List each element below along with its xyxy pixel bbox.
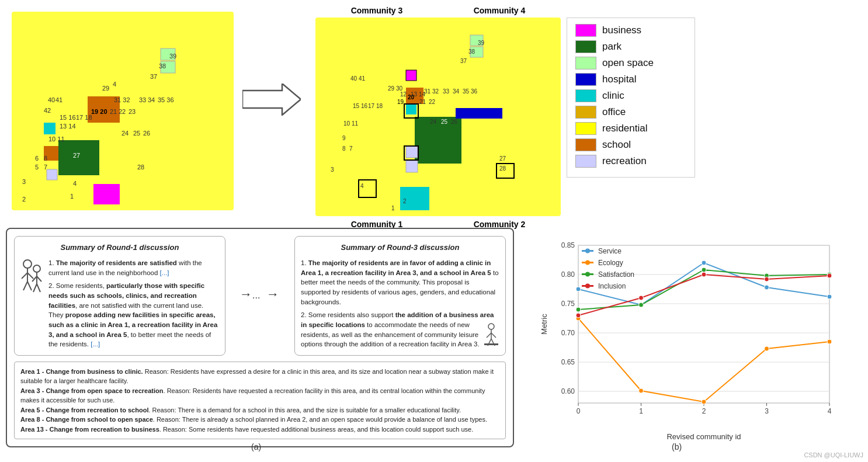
svg-point-151 [639, 296, 644, 300]
svg-point-143 [765, 346, 769, 351]
svg-text:4: 4 [360, 183, 364, 189]
people-icon [20, 258, 44, 349]
legend-color-hospital [575, 73, 596, 86]
bottom-panel: Summary of Round-1 discussion [6, 228, 514, 447]
legend-item-recreation: recreation [575, 155, 686, 168]
svg-text:15 16: 15 16 [353, 103, 367, 109]
svg-text:21: 21 [419, 99, 426, 105]
svg-text:7: 7 [44, 164, 47, 171]
round1-title: Summary of Round-1 discussion [20, 242, 219, 253]
svg-text:3: 3 [331, 166, 334, 173]
svg-text:34: 34 [148, 96, 155, 103]
svg-rect-45 [456, 108, 502, 119]
svg-point-152 [702, 272, 706, 277]
svg-point-153 [765, 277, 769, 282]
svg-text:28: 28 [137, 164, 144, 171]
svg-text:0.80: 0.80 [561, 270, 575, 279]
svg-line-106 [491, 333, 496, 338]
svg-line-92 [23, 282, 27, 290]
svg-text:40 41: 40 41 [350, 75, 365, 82]
chart-container: 0.600.650.700.750.800.8501234MetricRevis… [532, 228, 847, 444]
watermark: CSDN @UQI-LIUWJ [804, 451, 863, 458]
svg-rect-4 [93, 184, 120, 204]
svg-text:28: 28 [499, 165, 506, 172]
svg-text:1: 1 [639, 407, 643, 415]
svg-text:27: 27 [73, 152, 80, 159]
svg-point-144 [827, 339, 832, 344]
svg-text:29: 29 [102, 85, 109, 92]
svg-text:3: 3 [765, 407, 769, 415]
svg-text:19: 19 [397, 99, 404, 105]
svg-text:12: 12 [400, 91, 407, 98]
svg-text:4: 4 [113, 81, 116, 88]
legend-item-park: park [575, 40, 686, 53]
svg-line-97 [37, 276, 41, 282]
arrow-dots: → ... → [235, 236, 285, 356]
caption-a: (a) [251, 442, 261, 451]
legend-color-school [575, 138, 596, 151]
svg-point-156 [585, 249, 590, 253]
svg-point-150 [576, 313, 581, 318]
svg-text:10 11: 10 11 [48, 136, 65, 143]
legend-item-clinic: clinic [575, 89, 686, 102]
svg-point-147 [702, 268, 706, 272]
round1-box: Summary of Round-1 discussion [14, 236, 225, 356]
svg-text:7: 7 [349, 145, 353, 152]
legend-label-hospital: hospital [602, 74, 637, 85]
svg-rect-109 [484, 343, 498, 345]
svg-text:35 36: 35 36 [463, 88, 477, 95]
round3-p2: 2. Some residents also support the addit… [301, 310, 499, 349]
legend-label-office: office [602, 106, 626, 118]
svg-text:23: 23 [129, 108, 136, 115]
svg-text:2: 2 [22, 196, 26, 203]
svg-text:35 36: 35 36 [158, 96, 174, 103]
svg-text:25: 25 [441, 119, 448, 125]
legend-color-clinic [575, 89, 596, 102]
svg-point-88 [23, 260, 32, 268]
svg-line-91 [27, 273, 33, 279]
svg-text:33: 33 [139, 96, 146, 103]
svg-text:40: 40 [48, 96, 55, 103]
svg-line-93 [27, 282, 32, 290]
svg-text:22: 22 [429, 99, 436, 105]
changes-box: Area 1 - Change from business to clinic.… [14, 362, 506, 440]
svg-text:9: 9 [342, 135, 346, 141]
legend-label-school: school [602, 139, 631, 151]
svg-point-159 [585, 260, 590, 265]
legend-label-park: park [602, 41, 622, 53]
svg-point-139 [827, 294, 832, 299]
legend-label-business: business [602, 25, 641, 36]
svg-text:Service: Service [598, 247, 622, 255]
svg-text:29 30: 29 30 [388, 85, 402, 92]
svg-text:0.60: 0.60 [561, 387, 575, 395]
svg-point-165 [585, 284, 590, 289]
svg-point-137 [702, 260, 706, 265]
round1-p2: 2. Some residents, particularly those wi… [48, 281, 219, 349]
svg-text:13 14: 13 14 [60, 123, 76, 130]
legend-color-recreation [575, 155, 596, 168]
svg-text:26: 26 [451, 119, 458, 125]
svg-rect-52 [406, 161, 418, 172]
svg-text:0: 0 [577, 407, 581, 415]
svg-text:42: 42 [44, 107, 51, 114]
svg-text:...: ... [252, 290, 260, 300]
community4-label: Community 4 [474, 6, 526, 15]
svg-text:31 32: 31 32 [424, 88, 439, 95]
legend-item-school: school [575, 138, 686, 151]
svg-point-154 [827, 273, 832, 278]
legend-color-park [575, 40, 596, 53]
legend-label-clinic: clinic [602, 90, 624, 102]
svg-text:37: 37 [460, 58, 467, 64]
svg-rect-51 [406, 146, 418, 158]
svg-line-105 [487, 333, 491, 338]
round1-p1: 1. The majority of residents are satisfi… [48, 258, 219, 277]
svg-rect-48 [406, 104, 416, 114]
svg-text:1: 1 [70, 193, 74, 200]
svg-rect-5 [44, 123, 55, 134]
legend-item-office: office [575, 106, 686, 119]
svg-text:22: 22 [119, 108, 126, 115]
svg-text:4: 4 [73, 180, 77, 187]
svg-point-145 [576, 307, 581, 312]
svg-rect-47 [406, 70, 416, 81]
svg-text:Satisfaction: Satisfaction [598, 270, 634, 279]
